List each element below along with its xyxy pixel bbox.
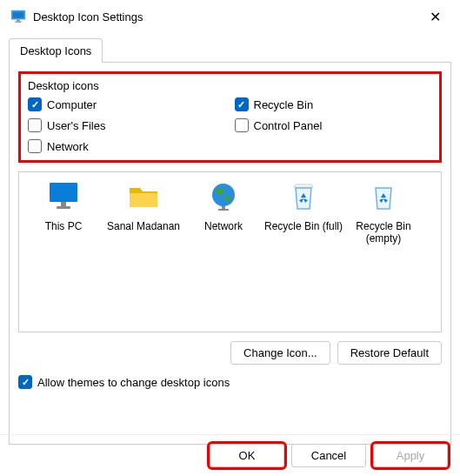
svg-rect-6 (57, 206, 70, 209)
icon-preview-box: This PC Sanal Madanan Network (18, 171, 442, 332)
svg-rect-4 (50, 183, 77, 202)
preview-label: Sanal Madanan (103, 220, 183, 232)
desktop-icon (10, 9, 26, 24)
checkbox-label: Computer (47, 98, 97, 111)
preview-label: Recycle Bin (empty) (343, 220, 423, 245)
preview-recycle-empty[interactable]: Recycle Bin (empty) (343, 181, 423, 245)
recycle-bin-icon (286, 181, 321, 212)
checkbox-network[interactable]: Network (28, 139, 226, 153)
close-icon[interactable]: ✕ (421, 5, 450, 29)
folder-icon (126, 181, 161, 212)
monitor-icon (46, 181, 81, 212)
checkbox-icon[interactable] (28, 139, 42, 153)
tab-content: Desktop icons Computer Recycle Bin User'… (9, 62, 451, 445)
svg-point-8 (216, 188, 224, 195)
svg-point-7 (212, 184, 235, 206)
checkbox-recycle-bin[interactable]: Recycle Bin (235, 97, 433, 111)
preview-this-pc[interactable]: This PC (23, 181, 103, 232)
group-label: Desktop icons (28, 79, 99, 92)
checkbox-label: Recycle Bin (254, 98, 314, 111)
globe-icon (206, 181, 241, 212)
checkbox-label: Allow themes to change desktop icons (37, 376, 230, 389)
change-icon-button[interactable]: Change Icon... (230, 341, 330, 365)
svg-rect-2 (17, 20, 20, 22)
svg-rect-11 (218, 209, 229, 211)
ok-button[interactable]: OK (210, 444, 284, 467)
preview-label: This PC (23, 220, 103, 232)
checkbox-label: User's Files (47, 119, 106, 132)
preview-label: Network (183, 220, 263, 232)
checkbox-icon[interactable] (28, 97, 42, 111)
checkbox-icon[interactable] (18, 375, 32, 389)
svg-rect-3 (15, 21, 21, 22)
checkbox-users-files[interactable]: User's Files (28, 118, 226, 132)
svg-point-9 (224, 196, 231, 201)
apply-button[interactable]: Apply (373, 444, 448, 467)
window-title: Desktop Icon Settings (33, 10, 421, 23)
titlebar: Desktop Icon Settings ✕ (0, 0, 460, 33)
allow-themes-checkbox[interactable]: Allow themes to change desktop icons (18, 375, 442, 389)
checkbox-label: Network (47, 140, 89, 153)
icon-button-row: Change Icon... Restore Default (18, 341, 442, 365)
checkbox-control-panel[interactable]: Control Panel (235, 118, 433, 132)
preview-recycle-full[interactable]: Recycle Bin (full) (263, 181, 343, 232)
svg-rect-1 (13, 12, 24, 18)
checkbox-computer[interactable]: Computer (28, 97, 226, 111)
tab-desktop-icons[interactable]: Desktop Icons (9, 38, 103, 63)
preview-label: Recycle Bin (full) (263, 220, 343, 232)
tab-strip: Desktop Icons (9, 38, 451, 63)
dialog-footer: OK Cancel Apply (0, 434, 460, 476)
svg-rect-10 (222, 206, 225, 209)
checkbox-icon[interactable] (235, 118, 249, 132)
recycle-bin-icon (366, 181, 401, 212)
desktop-icons-group: Desktop icons Computer Recycle Bin User'… (18, 71, 442, 163)
checkbox-label: Control Panel (254, 119, 323, 132)
preview-network[interactable]: Network (183, 181, 263, 232)
cancel-button[interactable]: Cancel (291, 444, 366, 467)
checkbox-icon[interactable] (28, 118, 42, 132)
svg-rect-5 (61, 202, 66, 206)
preview-user-folder[interactable]: Sanal Madanan (103, 181, 183, 232)
checkbox-icon[interactable] (235, 97, 249, 111)
restore-default-button[interactable]: Restore Default (337, 341, 442, 365)
